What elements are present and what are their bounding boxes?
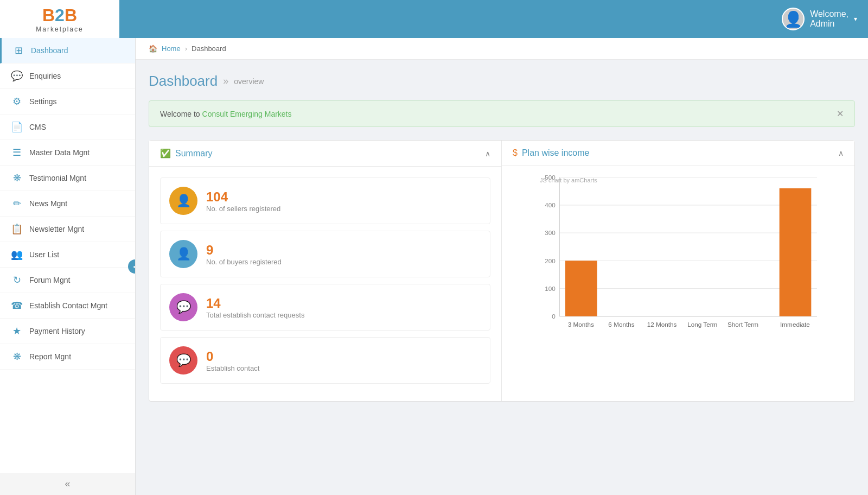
sidebar-icon-8: 👥 [11,249,23,261]
sidebar-label-5: Testimonial Mgnt [29,174,86,182]
stat-number-3: 0 [206,349,259,364]
stat-card-0: 👤 104 No. of sellers registered [160,177,490,224]
svg-text:Short Term: Short Term [727,321,758,328]
sidebar-item-newsletter-mgnt[interactable]: 📋 Newsletter Mgnt [0,217,135,242]
svg-text:6 Months: 6 Months [608,321,634,328]
stat-icon-2: 💬 [169,293,197,321]
welcome-banner: Welcome to Consult Emerging Markets ✕ [149,100,855,127]
banner-text: Welcome to Consult Emerging Markets [160,110,292,118]
sidebar-item-user-list[interactable]: 👥 User List [0,242,135,268]
svg-text:Long Term: Long Term [687,321,717,328]
sidebar-icon-0: ⊞ [12,45,24,56]
stat-info-2: 14 Total establish contact requests [206,296,304,319]
stat-number-1: 9 [206,243,282,258]
sidebar-icon-1: 💬 [11,70,23,82]
chart-container: JS chart by amCharts [513,172,844,345]
sidebar-nav: ⊞ Dashboard 💬 Enquiries ⚙ Settings 📄 CMS… [0,38,135,370]
logo-b2: B [65,5,77,25]
user-area: 👤 Welcome, Admin ▾ [782,8,857,30]
stat-card-2: 💬 14 Total establish contact requests [160,284,490,331]
summary-section: ✅ Summary ∧ 👤 104 No. of sellers registe… [149,141,502,401]
chart-section: $ Plan wise income ∧ JS chart by amChart… [502,141,854,401]
banner-close-button[interactable]: ✕ [837,109,844,119]
stat-info-1: 9 No. of buyers registered [206,243,282,266]
chart-content: JS chart by amCharts [502,166,854,356]
sidebar-item-settings[interactable]: ⚙ Settings [0,89,135,115]
banner-text-prefix: Welcome to [160,110,200,118]
welcome-label: Welcome, [810,9,848,19]
sidebar-item-testimonial-mgnt[interactable]: ❋ Testimonial Mgnt [0,166,135,191]
summary-title-text: Summary [175,149,212,158]
bar-chart: 500 400 300 200 100 0 [513,172,844,345]
main-layout: ⊞ Dashboard 💬 Enquiries ⚙ Settings 📄 CMS… [0,38,868,495]
main-content: 🏠 Home › Dashboard Dashboard » overview … [136,38,868,495]
sidebar-label-3: CMS [29,123,46,131]
svg-text:12 Months: 12 Months [647,321,677,328]
svg-text:Immediate: Immediate [780,321,810,328]
breadcrumb-separator: › [185,45,187,53]
stat-label-2: Total establish contact requests [206,311,304,319]
sidebar-icon-2: ⚙ [11,96,23,107]
sidebar-item-payment-history[interactable]: ★ Payment History [0,319,135,344]
avatar-icon: 👤 [784,10,803,28]
stat-icon-3: 💬 [169,346,197,375]
svg-text:400: 400 [545,201,556,208]
summary-header: ✅ Summary ∧ [149,141,501,167]
page-title: Dashboard » overview [149,73,855,90]
stat-card-1: 👤 9 No. of buyers registered [160,231,490,277]
sidebar-item-enquiries[interactable]: 💬 Enquiries [0,64,135,89]
sidebar-item-cms[interactable]: 📄 CMS [0,115,135,140]
chart-header: $ Plan wise income ∧ [502,141,854,166]
logo-b: B [42,5,55,25]
user-dropdown-arrow[interactable]: ▾ [854,15,857,23]
stat-info-0: 104 No. of sellers registered [206,189,280,213]
sidebar-label-11: Payment History [29,327,85,335]
stat-label-1: No. of buyers registered [206,258,282,266]
sidebar-icon-10: ☎ [11,300,23,312]
sidebar-item-master-data-mgnt[interactable]: ☰ Master Data Mgnt [0,140,135,166]
sidebar-icon-4: ☰ [11,147,23,158]
sidebar-icon-9: ↻ [11,274,23,286]
sidebar-label-12: Report Mgnt [29,352,71,361]
summary-toggle[interactable]: ∧ [485,149,490,158]
username-label: Admin [810,19,848,29]
sidebar-item-news-mgnt[interactable]: ✏ News Mgnt [0,191,135,217]
stat-number-2: 14 [206,296,304,311]
chart-watermark: JS chart by amCharts [540,177,597,183]
sidebar-icon-5: ❋ [11,172,23,184]
bar-3months [565,261,597,316]
sidebar-label-10: Establish Contact Mgnt [29,301,107,310]
sidebar-icon-12: ❋ [11,351,23,363]
stat-number-0: 104 [206,189,280,205]
sidebar-label-6: News Mgnt [29,199,67,208]
sidebar-label-4: Master Data Mgnt [29,148,90,157]
chart-title-text: Plan wise income [522,148,590,158]
svg-text:3 Months: 3 Months [568,321,594,328]
sidebar-item-dashboard[interactable]: ⊞ Dashboard [0,38,135,64]
sidebar-item-forum-mgnt[interactable]: ↻ Forum Mgnt [0,268,135,293]
page-subtitle: overview [234,77,264,86]
sidebar-icon-3: 📄 [11,121,23,133]
sidebar: ⊞ Dashboard 💬 Enquiries ⚙ Settings 📄 CMS… [0,38,136,495]
collapse-button[interactable]: « [0,473,135,495]
logo-area: B2B Marketplace [0,0,119,38]
header: B2B Marketplace 👤 Welcome, Admin ▾ [0,0,868,38]
sidebar-item-report-mgnt[interactable]: ❋ Report Mgnt [0,344,135,370]
sidebar-item-establish-contact-mgnt[interactable]: ☎ Establish Contact Mgnt [0,293,135,319]
breadcrumb: 🏠 Home › Dashboard [136,38,868,60]
logo: B2B [36,5,83,26]
sidebar-label-8: User List [29,250,59,259]
breadcrumb-home[interactable]: Home [162,45,181,53]
sidebar-label-2: Settings [29,97,57,106]
bar-immediate [780,188,812,316]
avatar: 👤 [782,8,805,30]
chart-title: $ Plan wise income [513,148,589,158]
dashboard-grid: ✅ Summary ∧ 👤 104 No. of sellers registe… [149,140,855,402]
stat-icon-1: 👤 [169,240,197,268]
chart-icon: $ [513,148,518,158]
sidebar-label-0: Dashboard [31,46,68,55]
stat-label-0: No. of sellers registered [206,205,280,213]
sidebar-icon-11: ★ [11,325,23,337]
chart-toggle[interactable]: ∧ [838,149,844,157]
stat-icon-0: 👤 [169,187,197,215]
